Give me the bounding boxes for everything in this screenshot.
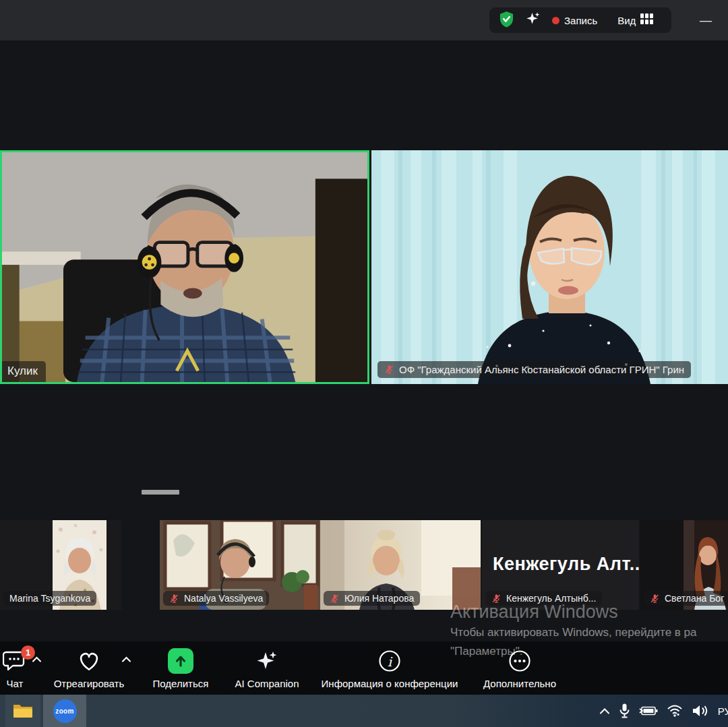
more-button[interactable]: Дополнительно: [476, 641, 564, 695]
kenzhegul-name-text: Кенжегуль Алтынб...: [506, 593, 596, 604]
view-label: Вид: [617, 15, 636, 26]
grid-view-icon: [640, 13, 653, 28]
minimize-button[interactable]: —: [697, 12, 715, 28]
video-tile-kulik[interactable]: Кулик: [0, 150, 369, 384]
share-button[interactable]: Поделиться: [143, 641, 218, 695]
react-label: Отреагировать: [54, 678, 125, 689]
record-label: Запись: [564, 15, 597, 26]
kulik-name-text: Кулик: [7, 365, 38, 378]
natalya-name-text: Natalya Vassilyeva: [184, 593, 263, 604]
windows-taskbar: zoom РУ: [0, 695, 728, 727]
ai-sparkle-icon: [255, 650, 278, 672]
grin-name-text: ОФ "Гражданский Альянс Костанайской обла…: [399, 364, 684, 375]
ai-companion-button[interactable]: AI Companion: [226, 641, 307, 695]
kulik-name-label: Кулик: [2, 361, 46, 382]
tray-expand-chevron-icon[interactable]: [599, 707, 610, 714]
video-tile-kenzhegul[interactable]: Кенжегуль Алт... Кенжегуль Алтынб...: [482, 520, 639, 610]
chat-button[interactable]: 1 Чат: [0, 641, 40, 695]
react-button[interactable]: Отреагировать: [42, 641, 136, 695]
zoom-app-icon: zoom: [53, 699, 77, 723]
react-caret-icon[interactable]: [121, 656, 131, 662]
marina-name-label: Marina Tsygankova: [3, 591, 96, 606]
more-ellipsis-icon: [508, 650, 531, 672]
svetlana-name-text: Светлана Бог: [665, 593, 724, 604]
file-explorer-taskbar-button[interactable]: [5, 695, 40, 727]
grin-name-label: ОФ "Гражданский Альянс Костанайской обла…: [377, 361, 691, 378]
video-tile-grin[interactable]: ОФ "Гражданский Альянс Костанайской обла…: [371, 150, 728, 384]
natalya-name-label: Natalya Vassilyeva: [163, 591, 269, 606]
tray-speaker-icon[interactable]: [692, 704, 709, 718]
folder-icon: [13, 703, 33, 719]
language-indicator[interactable]: РУ: [718, 705, 728, 717]
chat-caret-icon[interactable]: [32, 656, 42, 662]
kulik-video-feed: [2, 152, 367, 382]
yulia-name-text: Юлия Натарова: [344, 593, 414, 604]
ai-companion-sparkle-icon[interactable]: [525, 11, 541, 30]
zoom-taskbar-button[interactable]: zoom: [43, 695, 86, 727]
share-screen-icon: [168, 648, 193, 674]
record-dot-icon: [552, 17, 559, 24]
tray-microphone-icon[interactable]: [619, 703, 630, 719]
share-label: Поделиться: [153, 678, 209, 689]
muted-mic-icon: [384, 365, 394, 375]
view-button[interactable]: Вид: [617, 13, 653, 28]
system-tray: РУ: [599, 695, 728, 727]
tray-wifi-icon[interactable]: [667, 704, 683, 718]
muted-mic-icon: [330, 594, 340, 604]
window-title-bar: Запись Вид —: [0, 0, 728, 40]
meeting-info-button[interactable]: i Информация о конференции: [314, 641, 465, 695]
svg-text:i: i: [388, 654, 393, 669]
kenzhegul-display-name: Кенжегуль Алт...: [493, 554, 646, 575]
thumbnail-strip-scroll-handle[interactable]: [142, 490, 179, 495]
muted-mic-icon: [491, 594, 502, 604]
recording-indicator[interactable]: Запись: [552, 15, 597, 26]
chat-label: Чат: [7, 678, 24, 689]
windows-activation-line2: Чтобы активировать Windows, перейдите в …: [450, 626, 696, 639]
video-tile-yulia[interactable]: Юлия Натарова: [320, 520, 481, 610]
grin-video-feed: [371, 150, 728, 384]
marina-name-text: Marina Tsygankova: [9, 593, 90, 604]
heart-icon: [77, 650, 101, 672]
security-shield-icon[interactable]: [499, 11, 514, 30]
tray-battery-icon[interactable]: [639, 705, 658, 717]
kenzhegul-name-label: Кенжегуль Алтынб...: [485, 591, 602, 606]
video-tile-natalya[interactable]: Natalya Vassilyeva: [160, 520, 320, 610]
yulia-name-label: Юлия Натарова: [324, 591, 420, 606]
meeting-stage: Кулик: [0, 40, 728, 695]
meeting-toolbar: 1 Чат Отреагировать Поделиться: [0, 641, 728, 695]
svetlana-name-label: Светлана Бог: [644, 591, 728, 606]
muted-mic-icon: [650, 594, 660, 604]
video-tile-svetlana[interactable]: Светлана Бог: [640, 520, 728, 610]
meeting-info-label: Информация о конференции: [322, 678, 458, 689]
info-icon: i: [378, 650, 401, 672]
more-label: Дополнительно: [483, 678, 556, 689]
video-tile-marina[interactable]: Marina Tsygankova: [0, 520, 121, 610]
ai-companion-label: AI Companion: [235, 678, 299, 689]
meeting-controls-pill: Запись Вид: [489, 7, 671, 33]
zoom-meeting-window: Запись Вид —: [0, 0, 728, 727]
muted-mic-icon: [169, 594, 179, 604]
